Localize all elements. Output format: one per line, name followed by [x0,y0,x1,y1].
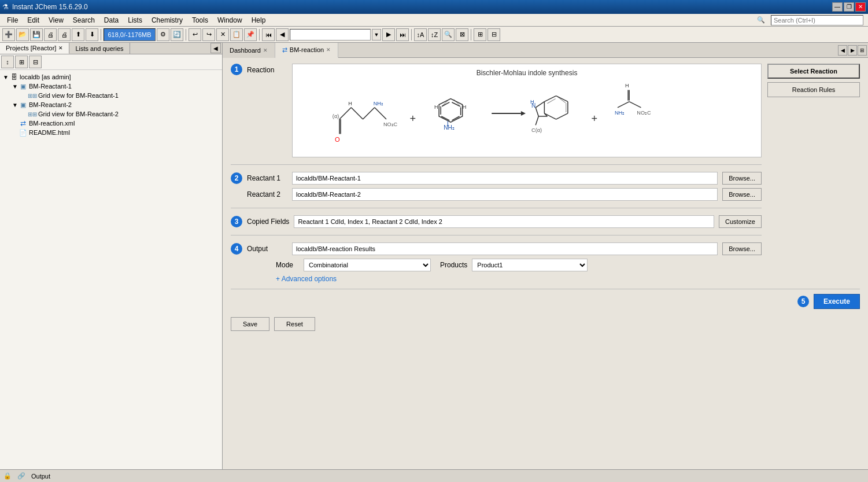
paste-button[interactable]: 📌 [244,28,257,41]
svg-line-43 [535,116,538,125]
tree-item-reactant1[interactable]: ▼ ▣ BM-Reactant-1 [2,82,220,91]
sidebar: Projects [Reactor] ✕ Lists and queries ◀… [0,43,223,469]
sidebar-toolbar: ↕ ⊞ ⊟ [0,54,222,70]
tab-bm-reaction-close[interactable]: ✕ [326,47,331,53]
menu-view[interactable]: View [44,15,68,25]
tab-nav-left[interactable]: ◀ [838,45,847,56]
execute-button[interactable]: Execute [814,294,860,309]
menu-tools[interactable]: Tools [187,15,213,25]
sidebar-collapse-button[interactable]: ◀ [210,43,221,53]
memory-indicator[interactable]: 618,0/-1176MB [104,28,156,41]
menu-edit[interactable]: Edit [23,15,44,25]
tab-bm-reaction-label: BM-reaction [290,46,324,53]
reactor-panel: 1 Reaction Bischler-Mohlau indole synthe… [223,58,868,469]
svg-line-46 [618,102,629,108]
svg-line-1 [351,108,363,119]
reactant2-browse-button[interactable]: Browse... [722,188,762,201]
tree-label-readme: README.html [29,129,70,136]
products-select[interactable]: Product1 Product2 [472,259,588,271]
filter-button[interactable]: 🔍 [442,28,455,41]
menu-search[interactable]: Search [68,15,99,25]
reactant1-browse-button[interactable]: Browse... [722,172,762,185]
settings-button[interactable]: ⚙ [157,28,169,41]
svg-text:NH₂: NH₂ [444,124,455,131]
sidebar-tab-lists[interactable]: Lists and queries [69,43,130,54]
tree-item-grid-reactant1[interactable]: ⊞⊞ Grid view for BM-Reactant-1 [2,91,220,100]
select-reaction-button[interactable]: Select Reaction [767,64,860,79]
sidebar-tab-projects-close[interactable]: ✕ [58,45,63,51]
menu-chemistry[interactable]: Chemistry [147,15,187,25]
tree-item-reaction-xml[interactable]: ⇄ BM-reaction.xml [2,119,220,128]
customize-button[interactable]: Customize [719,215,762,228]
table-icon-reactant1: ▣ [19,82,28,90]
close-button[interactable]: ✕ [855,2,866,12]
tree-expand-reactant2[interactable]: ▼ [12,102,19,108]
print-preview-button[interactable]: 🖨 [58,28,71,41]
export-button[interactable]: ⬇ [86,28,98,41]
menu-help[interactable]: Help [247,15,271,25]
output-value: localdb/BM-reaction Results [296,245,375,252]
mode-select[interactable]: Combinatorial Enumeration [304,259,431,271]
copy-button[interactable]: 📋 [230,28,243,41]
menu-window[interactable]: Window [213,15,247,25]
step-3-badge: 3 [231,216,242,227]
print-button[interactable]: 🖨 [44,28,57,41]
tree-item-localdb[interactable]: ▼ 🗄 localdb [as admin] [2,72,220,82]
svg-marker-27 [521,111,526,116]
minimize-button[interactable]: — [832,2,843,12]
sort-az-button[interactable]: ↕A [414,28,427,41]
restore-button[interactable]: ❐ [844,2,854,12]
svg-line-37 [535,102,544,108]
refresh-button[interactable]: 🔄 [171,28,183,41]
record-input[interactable] [290,29,371,41]
step-2-group: 2 Reactant 1 localdb/BM-Reactant-1 Brows… [231,172,762,201]
sort-za-button[interactable]: ↕Z [428,28,441,41]
undo-button[interactable]: ↩ [189,28,201,41]
stop-button[interactable]: ✕ [216,28,229,41]
next-button[interactable]: ▶ [382,28,395,41]
open-button[interactable]: 📂 [16,28,29,41]
advanced-options-link[interactable]: + Advanced options [276,275,337,283]
tab-dashboard[interactable]: Dashboard ✕ [223,43,275,58]
toolbar-sep-5 [471,29,471,41]
window-button[interactable]: ⊞ [474,28,486,41]
record-dropdown[interactable]: ▼ [372,29,381,41]
tree-label-reactant2: BM-Reactant-2 [29,101,72,108]
sidebar-tab-projects[interactable]: Projects [Reactor] ✕ [0,43,69,54]
sidebar-collapse-all-btn[interactable]: ⊟ [29,56,42,68]
divider-2 [231,208,762,208]
search-input[interactable] [771,15,863,25]
new-button[interactable]: ➕ [2,28,15,41]
file-icon-readme: 📄 [19,128,28,137]
tab-nav-expand[interactable]: ⊞ [858,45,867,56]
first-button[interactable]: ⏮ [262,28,275,41]
save-button[interactable]: Save [231,317,269,331]
lock-icon: 🔒 [3,472,12,480]
menu-lists[interactable]: Lists [123,15,147,25]
menu-file[interactable]: File [2,15,23,25]
tree-item-grid-reactant2[interactable]: ⊞⊞ Grid view for BM-Reactant-2 [2,109,220,119]
save-toolbar-button[interactable]: 💾 [30,28,43,41]
tree-expand-localdb[interactable]: ▼ [2,74,9,80]
tab-bm-reaction[interactable]: ⇄ BM-reaction ✕ [275,43,338,58]
tree-item-readme[interactable]: 📄 README.html [2,128,220,137]
redo-button[interactable]: ↪ [202,28,215,41]
last-button[interactable]: ⏭ [396,28,409,41]
sidebar-sort-btn[interactable]: ↕ [1,56,14,68]
close-tab-button[interactable]: ⊟ [487,28,500,41]
reset-button[interactable]: Reset [274,317,315,331]
tab-dashboard-close[interactable]: ✕ [263,47,268,53]
products-label: Products [440,261,467,269]
sidebar-filter-btn[interactable]: ⊞ [15,56,28,68]
tree-expand-reactant1[interactable]: ▼ [12,83,19,90]
filter2-button[interactable]: ⊠ [456,28,468,41]
prev-button[interactable]: ◀ [276,28,289,41]
menu-data[interactable]: Data [99,15,123,25]
import-button[interactable]: ⬆ [72,28,84,41]
step-1-row: 1 Reaction Bischler-Mohlau indole synthe… [231,64,762,157]
output-browse-button[interactable]: Browse... [722,242,762,255]
reaction-rules-button[interactable]: Reaction Rules [767,82,860,97]
tree-item-reactant2[interactable]: ▼ ▣ BM-Reactant-2 [2,100,220,109]
tab-nav-right[interactable]: ▶ [848,45,857,56]
toolbar-sep-1 [101,29,101,41]
